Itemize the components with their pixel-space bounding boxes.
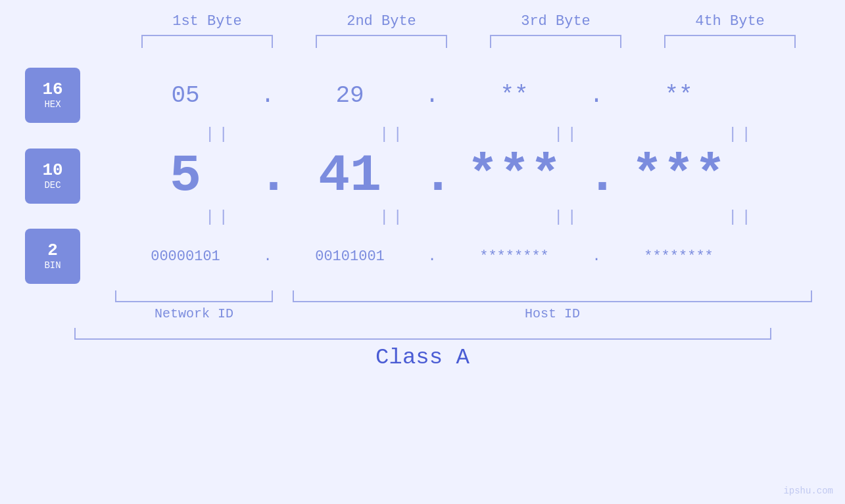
eq1-col4: || [669, 126, 814, 143]
col-header-1: 1st Byte [135, 13, 279, 30]
eq2-col2: || [321, 208, 466, 226]
hex-badge-num: 16 [42, 81, 62, 98]
bin-bytes: 00000101 . 00101001 . ******** . *******… [113, 248, 845, 265]
bracket-col-2 [316, 35, 447, 48]
hex-byte-3: ** [442, 82, 587, 109]
main-container: 1st Byte 2nd Byte 3rd Byte 4th Byte 16 H… [0, 0, 845, 504]
id-labels: Network ID Host ID [115, 306, 812, 321]
hex-byte-1: 05 [113, 82, 258, 109]
dec-byte-4: *** [606, 146, 751, 206]
bracket-col-4 [664, 35, 796, 48]
bin-byte-1: 00000101 [113, 248, 258, 265]
bin-byte-4: ******** [606, 248, 751, 265]
eq1-col3: || [495, 126, 640, 143]
bottom-brackets [115, 290, 812, 302]
dec-byte-2: 41 [278, 146, 422, 206]
bracket-col-1 [141, 35, 273, 48]
hex-row: 16 HEX 05 . 29 . ** . ** [0, 68, 845, 123]
dec-badge: 10 DEC [25, 149, 80, 204]
hex-badge: 16 HEX [25, 68, 80, 123]
bin-byte-2: 00101001 [278, 248, 422, 265]
col-header-3: 3rd Byte [483, 13, 628, 30]
bracket-col-3 [490, 35, 621, 48]
dec-badge-label: DEC [44, 180, 60, 191]
class-section: Class A [0, 328, 845, 370]
bin-sep-2: . [422, 248, 442, 265]
bracket-host [293, 290, 812, 302]
bin-badge: 2 BIN [25, 229, 80, 284]
network-id-label: Network ID [115, 306, 273, 321]
bracket-class [74, 328, 771, 340]
dec-badge-num: 10 [42, 162, 62, 179]
col-header-2: 2nd Byte [309, 13, 454, 30]
hex-sep-2: . [422, 82, 442, 109]
hex-sep-3: . [587, 82, 606, 109]
bin-byte-3: ******** [442, 248, 587, 265]
col-header-4: 4th Byte [658, 13, 802, 30]
bin-badge-label: BIN [44, 260, 60, 271]
bin-row: 2 BIN 00000101 . 00101001 . ******** . [0, 229, 845, 284]
dec-bytes: 5 . 41 . *** . *** [113, 146, 845, 206]
bin-badge-num: 2 [47, 242, 58, 259]
equals-row-2: || || || || [132, 208, 829, 226]
dec-byte-3: *** [442, 146, 587, 206]
hex-sep-1: . [258, 82, 278, 109]
dec-sep-2: . [422, 146, 442, 206]
bin-sep-1: . [258, 248, 278, 265]
eq2-col3: || [495, 208, 640, 226]
hex-byte-4: ** [606, 82, 751, 109]
eq2-col4: || [669, 208, 814, 226]
dec-sep-3: . [587, 146, 606, 206]
hex-byte-2: 29 [278, 82, 422, 109]
dec-row: 10 DEC 5 . 41 . *** . *** [0, 146, 845, 206]
class-label: Class A [375, 345, 470, 370]
dec-sep-1: . [258, 146, 278, 206]
equals-row-1: || || || || [132, 126, 829, 143]
hex-bytes: 05 . 29 . ** . ** [113, 82, 845, 109]
bin-sep-3: . [587, 248, 606, 265]
hex-badge-label: HEX [44, 99, 60, 110]
top-brackets [120, 35, 817, 48]
bottom-section: Network ID Host ID [0, 290, 845, 321]
bracket-network [115, 290, 273, 302]
watermark: ipshu.com [783, 486, 833, 496]
eq1-col2: || [321, 126, 466, 143]
column-headers: 1st Byte 2nd Byte 3rd Byte 4th Byte [120, 13, 817, 30]
eq2-col1: || [147, 208, 291, 226]
dec-byte-1: 5 [113, 146, 258, 206]
host-id-label: Host ID [293, 306, 812, 321]
eq1-col1: || [147, 126, 291, 143]
